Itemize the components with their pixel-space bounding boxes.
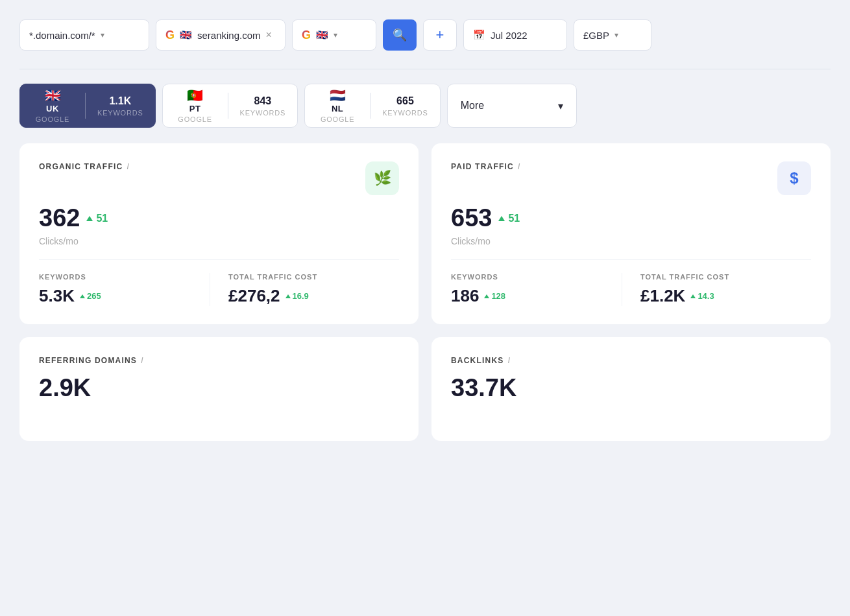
small-arrow-up-icon-2 bbox=[285, 294, 291, 298]
region-tab-uk-engine: GOOGLE bbox=[36, 115, 69, 123]
organic-icon-badge: 🌿 bbox=[365, 161, 399, 195]
organic-main-value: 362 51 bbox=[39, 204, 399, 232]
region-tab-nl-left: 🇳🇱 NL GOOGLE bbox=[305, 84, 370, 128]
referring-main-value: 2.9K bbox=[39, 374, 399, 402]
flag-uk-tab: 🇬🇧 bbox=[45, 89, 61, 102]
currency-value: £GBP bbox=[583, 30, 609, 41]
organic-traffic-card: ORGANIC TRAFFIC i 🌿 362 51 Clicks/mo KEY… bbox=[19, 143, 419, 324]
referring-domains-title: REFERRING DOMAINS i bbox=[39, 355, 144, 365]
referring-card-header: REFERRING DOMAINS i bbox=[39, 355, 399, 365]
organic-cost-stat: TOTAL TRAFFIC COST £276,2 16.9 bbox=[210, 273, 399, 306]
paid-keywords-change: 128 bbox=[484, 291, 505, 301]
organic-card-divider bbox=[39, 259, 399, 260]
region-tab-pt-left: 🇵🇹 PT GOOGLE bbox=[163, 84, 228, 128]
referring-info-icon[interactable]: i bbox=[141, 355, 144, 365]
region-tab-pt-right: 843 KEYWORDS bbox=[228, 89, 298, 123]
paid-keywords-value: 186 128 bbox=[451, 286, 622, 306]
referring-domains-card: REFERRING DOMAINS i 2.9K bbox=[19, 337, 419, 441]
flag-pt-tab: 🇵🇹 bbox=[187, 89, 203, 102]
organic-cost-value: £276,2 16.9 bbox=[228, 286, 399, 306]
paid-card-divider bbox=[451, 259, 811, 260]
search-button[interactable]: 🔍 bbox=[383, 19, 417, 51]
toolbar-divider bbox=[19, 69, 831, 69]
search-domain-value: seranking.com bbox=[197, 30, 261, 41]
chevron-down-icon-2: ▾ bbox=[334, 30, 337, 40]
region-tab-nl-engine: GOOGLE bbox=[321, 115, 354, 123]
region-tab-pt-engine: GOOGLE bbox=[178, 115, 212, 123]
organic-cost-label: TOTAL TRAFFIC COST bbox=[228, 273, 399, 281]
paid-card-stats: KEYWORDS 186 128 TOTAL TRAFFIC COST £1.2… bbox=[451, 273, 811, 306]
more-regions-dropdown[interactable]: More ▾ bbox=[447, 84, 577, 128]
region-tab-nl[interactable]: 🇳🇱 NL GOOGLE 665 KEYWORDS bbox=[304, 84, 441, 128]
toolbar: *.domain.com/* ▾ G 🇬🇧 seranking.com × G … bbox=[19, 19, 831, 51]
organic-info-icon[interactable]: i bbox=[127, 161, 130, 171]
engine-selector[interactable]: G 🇬🇧 ▾ bbox=[292, 19, 376, 51]
region-tab-uk-left: 🇬🇧 UK GOOGLE bbox=[20, 84, 85, 128]
paid-icon-badge: $ bbox=[777, 161, 811, 195]
paid-info-icon[interactable]: i bbox=[518, 161, 521, 171]
paid-card-header: PAID TRAFFIC i $ bbox=[451, 161, 811, 195]
plus-icon: + bbox=[436, 27, 444, 43]
date-picker[interactable]: 📅 Jul 2022 bbox=[463, 19, 567, 51]
paid-cost-label: TOTAL TRAFFIC COST bbox=[640, 273, 811, 281]
paid-traffic-card: PAID TRAFFIC i $ 653 51 Clicks/mo KEYWOR… bbox=[431, 143, 831, 324]
close-icon[interactable]: × bbox=[266, 29, 272, 41]
region-tab-nl-count: 665 bbox=[396, 95, 414, 107]
region-tabs: 🇬🇧 UK GOOGLE 1.1K KEYWORDS 🇵🇹 PT GOOGLE … bbox=[19, 84, 831, 128]
small-arrow-up-icon-4 bbox=[690, 294, 696, 298]
leaf-icon: 🌿 bbox=[374, 170, 391, 187]
arrow-up-icon bbox=[86, 216, 93, 221]
organic-sub-label: Clicks/mo bbox=[39, 236, 399, 246]
chevron-down-icon-more: ▾ bbox=[558, 100, 563, 112]
region-tab-nl-code: NL bbox=[332, 104, 343, 113]
organic-cost-change: 16.9 bbox=[285, 291, 309, 301]
search-domain-input[interactable]: G 🇬🇧 seranking.com × bbox=[156, 19, 285, 51]
currency-selector[interactable]: £GBP ▾ bbox=[574, 19, 651, 51]
region-tab-pt[interactable]: 🇵🇹 PT GOOGLE 843 KEYWORDS bbox=[162, 84, 298, 128]
organic-card-header: ORGANIC TRAFFIC i 🌿 bbox=[39, 161, 399, 195]
flag-uk-icon: 🇬🇧 bbox=[180, 29, 192, 41]
paid-cost-change: 14.3 bbox=[690, 291, 714, 301]
google-g-icon: G bbox=[165, 29, 175, 42]
domain-pattern-input[interactable]: *.domain.com/* ▾ bbox=[19, 19, 149, 51]
paid-main-value: 653 51 bbox=[451, 204, 811, 232]
organic-traffic-title: ORGANIC TRAFFIC i bbox=[39, 161, 130, 171]
backlinks-card: BACKLINKS i 33.7K bbox=[431, 337, 831, 441]
add-competitor-button[interactable]: + bbox=[423, 19, 457, 51]
google-g-icon-2: G bbox=[302, 29, 311, 42]
backlinks-info-icon[interactable]: i bbox=[507, 355, 511, 365]
paid-keywords-stat: KEYWORDS 186 128 bbox=[451, 273, 622, 306]
organic-keywords-change: 265 bbox=[80, 291, 101, 301]
calendar-icon: 📅 bbox=[473, 29, 485, 41]
arrow-up-icon-paid bbox=[498, 216, 505, 221]
region-tab-nl-right: 665 KEYWORDS bbox=[370, 89, 440, 123]
cards-grid: ORGANIC TRAFFIC i 🌿 362 51 Clicks/mo KEY… bbox=[19, 143, 831, 441]
region-tab-uk[interactable]: 🇬🇧 UK GOOGLE 1.1K KEYWORDS bbox=[19, 84, 156, 128]
domain-pattern-value: *.domain.com/* bbox=[29, 30, 95, 41]
backlinks-title: BACKLINKS i bbox=[451, 355, 511, 365]
small-arrow-up-icon-3 bbox=[484, 294, 489, 298]
organic-change: 51 bbox=[86, 213, 108, 224]
chevron-down-icon-3: ▾ bbox=[614, 30, 618, 40]
organic-keywords-stat: KEYWORDS 5.3K 265 bbox=[39, 273, 210, 306]
region-tab-pt-label: KEYWORDS bbox=[240, 109, 286, 117]
organic-card-stats: KEYWORDS 5.3K 265 TOTAL TRAFFIC COST £27… bbox=[39, 273, 399, 306]
paid-sub-label: Clicks/mo bbox=[451, 236, 811, 246]
region-tab-uk-right: 1.1K KEYWORDS bbox=[86, 89, 155, 123]
search-icon: 🔍 bbox=[393, 28, 407, 42]
region-tab-nl-label: KEYWORDS bbox=[382, 109, 428, 117]
backlinks-main-value: 33.7K bbox=[451, 374, 811, 402]
flag-nl-tab: 🇳🇱 bbox=[330, 89, 346, 102]
flag-uk-icon-2: 🇬🇧 bbox=[316, 29, 328, 41]
paid-change: 51 bbox=[498, 213, 520, 224]
more-label: More bbox=[461, 100, 484, 112]
region-tab-uk-label: KEYWORDS bbox=[97, 109, 143, 117]
region-tab-pt-count: 843 bbox=[254, 95, 272, 107]
paid-traffic-title: PAID TRAFFIC i bbox=[451, 161, 521, 171]
small-arrow-up-icon bbox=[80, 294, 85, 298]
backlinks-card-header: BACKLINKS i bbox=[451, 355, 811, 365]
region-tab-uk-code: UK bbox=[46, 104, 59, 113]
dollar-icon: $ bbox=[790, 169, 798, 187]
organic-keywords-label: KEYWORDS bbox=[39, 273, 210, 281]
paid-keywords-label: KEYWORDS bbox=[451, 273, 622, 281]
